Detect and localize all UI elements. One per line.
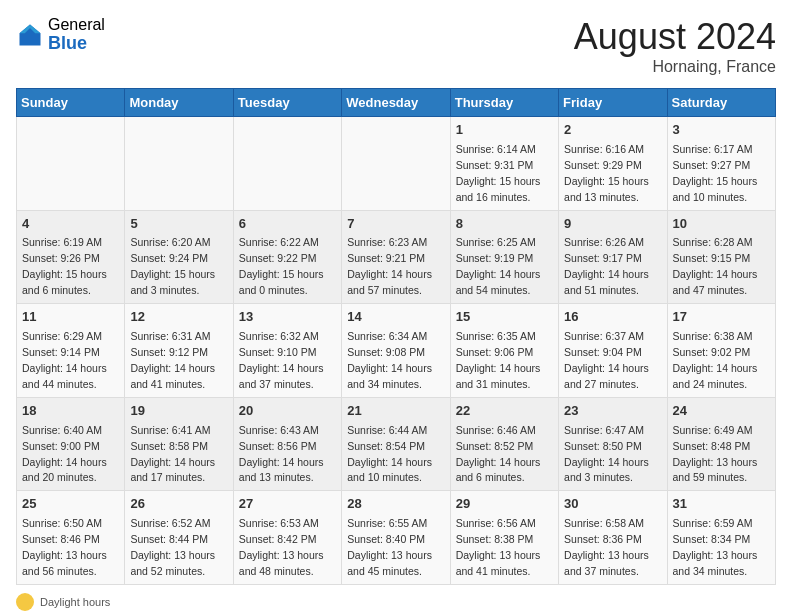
calendar-cell: 11Sunrise: 6:29 AM Sunset: 9:14 PM Dayli… xyxy=(17,304,125,398)
calendar-cell: 9Sunrise: 6:26 AM Sunset: 9:17 PM Daylig… xyxy=(559,210,667,304)
month-year: August 2024 xyxy=(574,16,776,58)
col-header-friday: Friday xyxy=(559,89,667,117)
day-number: 5 xyxy=(130,215,227,234)
day-number: 25 xyxy=(22,495,119,514)
col-header-monday: Monday xyxy=(125,89,233,117)
location: Hornaing, France xyxy=(574,58,776,76)
calendar-cell: 18Sunrise: 6:40 AM Sunset: 9:00 PM Dayli… xyxy=(17,397,125,491)
calendar-cell: 20Sunrise: 6:43 AM Sunset: 8:56 PM Dayli… xyxy=(233,397,341,491)
day-number: 3 xyxy=(673,121,770,140)
day-number: 4 xyxy=(22,215,119,234)
day-info: Sunrise: 6:56 AM Sunset: 8:38 PM Dayligh… xyxy=(456,517,541,577)
day-info: Sunrise: 6:22 AM Sunset: 9:22 PM Dayligh… xyxy=(239,236,324,296)
day-info: Sunrise: 6:59 AM Sunset: 8:34 PM Dayligh… xyxy=(673,517,758,577)
day-number: 24 xyxy=(673,402,770,421)
day-number: 10 xyxy=(673,215,770,234)
day-info: Sunrise: 6:17 AM Sunset: 9:27 PM Dayligh… xyxy=(673,143,758,203)
day-info: Sunrise: 6:41 AM Sunset: 8:58 PM Dayligh… xyxy=(130,424,215,484)
day-number: 14 xyxy=(347,308,444,327)
day-info: Sunrise: 6:23 AM Sunset: 9:21 PM Dayligh… xyxy=(347,236,432,296)
calendar-cell: 30Sunrise: 6:58 AM Sunset: 8:36 PM Dayli… xyxy=(559,491,667,585)
day-info: Sunrise: 6:49 AM Sunset: 8:48 PM Dayligh… xyxy=(673,424,758,484)
calendar-cell: 3Sunrise: 6:17 AM Sunset: 9:27 PM Daylig… xyxy=(667,117,775,211)
calendar-cell: 7Sunrise: 6:23 AM Sunset: 9:21 PM Daylig… xyxy=(342,210,450,304)
day-number: 2 xyxy=(564,121,661,140)
day-number: 23 xyxy=(564,402,661,421)
day-number: 11 xyxy=(22,308,119,327)
logo-text: General Blue xyxy=(48,16,105,53)
page-header: General Blue August 2024 Hornaing, Franc… xyxy=(16,16,776,76)
calendar-cell: 4Sunrise: 6:19 AM Sunset: 9:26 PM Daylig… xyxy=(17,210,125,304)
calendar-cell xyxy=(342,117,450,211)
day-number: 1 xyxy=(456,121,553,140)
day-number: 19 xyxy=(130,402,227,421)
calendar-cell: 19Sunrise: 6:41 AM Sunset: 8:58 PM Dayli… xyxy=(125,397,233,491)
day-info: Sunrise: 6:26 AM Sunset: 9:17 PM Dayligh… xyxy=(564,236,649,296)
day-number: 18 xyxy=(22,402,119,421)
day-number: 31 xyxy=(673,495,770,514)
col-header-tuesday: Tuesday xyxy=(233,89,341,117)
day-info: Sunrise: 6:43 AM Sunset: 8:56 PM Dayligh… xyxy=(239,424,324,484)
calendar-cell: 31Sunrise: 6:59 AM Sunset: 8:34 PM Dayli… xyxy=(667,491,775,585)
day-number: 17 xyxy=(673,308,770,327)
calendar-cell: 6Sunrise: 6:22 AM Sunset: 9:22 PM Daylig… xyxy=(233,210,341,304)
day-info: Sunrise: 6:29 AM Sunset: 9:14 PM Dayligh… xyxy=(22,330,107,390)
calendar-cell: 2Sunrise: 6:16 AM Sunset: 9:29 PM Daylig… xyxy=(559,117,667,211)
calendar-cell: 26Sunrise: 6:52 AM Sunset: 8:44 PM Dayli… xyxy=(125,491,233,585)
calendar-cell: 25Sunrise: 6:50 AM Sunset: 8:46 PM Dayli… xyxy=(17,491,125,585)
calendar-cell: 10Sunrise: 6:28 AM Sunset: 9:15 PM Dayli… xyxy=(667,210,775,304)
calendar-cell: 24Sunrise: 6:49 AM Sunset: 8:48 PM Dayli… xyxy=(667,397,775,491)
day-info: Sunrise: 6:38 AM Sunset: 9:02 PM Dayligh… xyxy=(673,330,758,390)
day-info: Sunrise: 6:14 AM Sunset: 9:31 PM Dayligh… xyxy=(456,143,541,203)
day-number: 21 xyxy=(347,402,444,421)
day-info: Sunrise: 6:52 AM Sunset: 8:44 PM Dayligh… xyxy=(130,517,215,577)
calendar-cell: 8Sunrise: 6:25 AM Sunset: 9:19 PM Daylig… xyxy=(450,210,558,304)
day-info: Sunrise: 6:58 AM Sunset: 8:36 PM Dayligh… xyxy=(564,517,649,577)
calendar-cell: 1Sunrise: 6:14 AM Sunset: 9:31 PM Daylig… xyxy=(450,117,558,211)
day-number: 16 xyxy=(564,308,661,327)
calendar-cell: 27Sunrise: 6:53 AM Sunset: 8:42 PM Dayli… xyxy=(233,491,341,585)
daylight-label: Daylight hours xyxy=(40,596,110,608)
calendar-week-3: 18Sunrise: 6:40 AM Sunset: 9:00 PM Dayli… xyxy=(17,397,776,491)
day-info: Sunrise: 6:35 AM Sunset: 9:06 PM Dayligh… xyxy=(456,330,541,390)
calendar-cell: 22Sunrise: 6:46 AM Sunset: 8:52 PM Dayli… xyxy=(450,397,558,491)
calendar-cell xyxy=(17,117,125,211)
logo-icon xyxy=(16,21,44,49)
day-number: 7 xyxy=(347,215,444,234)
day-info: Sunrise: 6:44 AM Sunset: 8:54 PM Dayligh… xyxy=(347,424,432,484)
day-info: Sunrise: 6:55 AM Sunset: 8:40 PM Dayligh… xyxy=(347,517,432,577)
day-info: Sunrise: 6:40 AM Sunset: 9:00 PM Dayligh… xyxy=(22,424,107,484)
calendar-cell: 29Sunrise: 6:56 AM Sunset: 8:38 PM Dayli… xyxy=(450,491,558,585)
day-info: Sunrise: 6:34 AM Sunset: 9:08 PM Dayligh… xyxy=(347,330,432,390)
logo-blue: Blue xyxy=(48,34,105,54)
day-info: Sunrise: 6:20 AM Sunset: 9:24 PM Dayligh… xyxy=(130,236,215,296)
calendar-cell: 28Sunrise: 6:55 AM Sunset: 8:40 PM Dayli… xyxy=(342,491,450,585)
calendar-cell: 16Sunrise: 6:37 AM Sunset: 9:04 PM Dayli… xyxy=(559,304,667,398)
day-number: 29 xyxy=(456,495,553,514)
day-number: 22 xyxy=(456,402,553,421)
calendar-cell: 14Sunrise: 6:34 AM Sunset: 9:08 PM Dayli… xyxy=(342,304,450,398)
day-info: Sunrise: 6:46 AM Sunset: 8:52 PM Dayligh… xyxy=(456,424,541,484)
calendar-header-row: SundayMondayTuesdayWednesdayThursdayFrid… xyxy=(17,89,776,117)
calendar-cell: 15Sunrise: 6:35 AM Sunset: 9:06 PM Dayli… xyxy=(450,304,558,398)
day-number: 28 xyxy=(347,495,444,514)
calendar-cell xyxy=(125,117,233,211)
calendar-cell: 23Sunrise: 6:47 AM Sunset: 8:50 PM Dayli… xyxy=(559,397,667,491)
calendar-cell: 21Sunrise: 6:44 AM Sunset: 8:54 PM Dayli… xyxy=(342,397,450,491)
calendar-week-4: 25Sunrise: 6:50 AM Sunset: 8:46 PM Dayli… xyxy=(17,491,776,585)
day-number: 27 xyxy=(239,495,336,514)
calendar-cell xyxy=(233,117,341,211)
col-header-sunday: Sunday xyxy=(17,89,125,117)
col-header-wednesday: Wednesday xyxy=(342,89,450,117)
day-number: 20 xyxy=(239,402,336,421)
day-number: 12 xyxy=(130,308,227,327)
calendar-cell: 5Sunrise: 6:20 AM Sunset: 9:24 PM Daylig… xyxy=(125,210,233,304)
day-number: 9 xyxy=(564,215,661,234)
calendar-cell: 12Sunrise: 6:31 AM Sunset: 9:12 PM Dayli… xyxy=(125,304,233,398)
calendar-cell: 17Sunrise: 6:38 AM Sunset: 9:02 PM Dayli… xyxy=(667,304,775,398)
footer: Daylight hours xyxy=(16,593,776,611)
calendar-cell: 13Sunrise: 6:32 AM Sunset: 9:10 PM Dayli… xyxy=(233,304,341,398)
col-header-saturday: Saturday xyxy=(667,89,775,117)
day-info: Sunrise: 6:31 AM Sunset: 9:12 PM Dayligh… xyxy=(130,330,215,390)
day-info: Sunrise: 6:28 AM Sunset: 9:15 PM Dayligh… xyxy=(673,236,758,296)
